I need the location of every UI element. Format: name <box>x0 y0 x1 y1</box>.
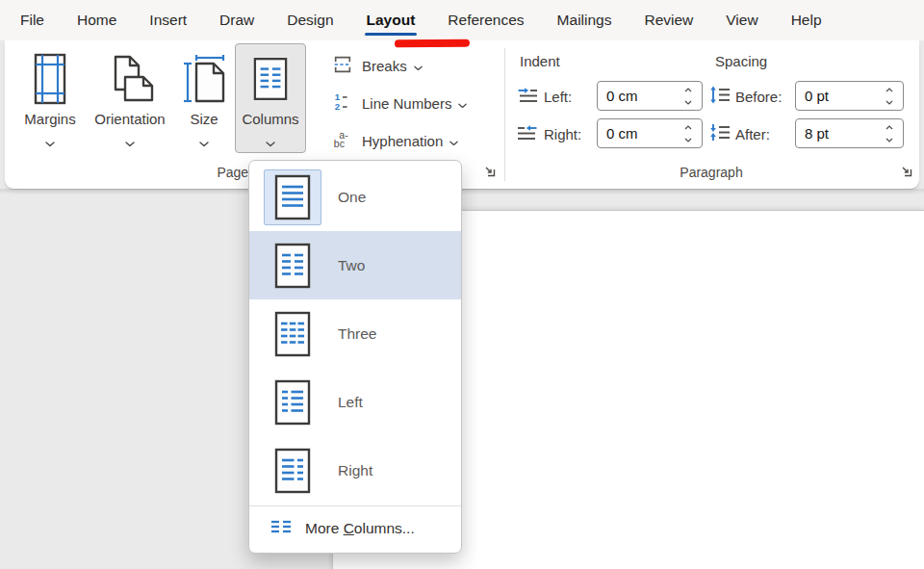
one-column-icon <box>264 169 321 225</box>
svg-text:2: 2 <box>335 101 340 112</box>
columns-button[interactable]: Columns <box>235 43 306 153</box>
spacing-before-input[interactable]: 0 pt <box>795 81 904 111</box>
columns-option-right[interactable]: Right <box>249 436 461 504</box>
document-canvas <box>0 189 924 569</box>
indent-left-spinner <box>681 82 697 110</box>
orientation-button[interactable]: Orientation <box>87 43 173 153</box>
more-columns-label: More Columns... <box>305 520 415 537</box>
indent-right-icon <box>517 124 540 143</box>
chevron-down-icon <box>199 134 209 151</box>
chevron-down-icon <box>449 133 458 150</box>
tab-references[interactable]: References <box>431 0 540 40</box>
spacing-after-input[interactable]: 8 pt <box>795 118 904 148</box>
red-annotation-underline <box>395 39 470 48</box>
columns-option-two-label: Two <box>338 257 365 274</box>
indent-right-label: Right: <box>544 118 581 149</box>
spacing-after-icon <box>709 123 732 142</box>
margins-icon <box>28 52 72 106</box>
columns-label: Columns <box>242 111 298 127</box>
tab-file[interactable]: File <box>4 0 61 40</box>
page-setup-big-buttons: Margins Orientation <box>16 43 306 153</box>
spin-up-icon[interactable] <box>883 123 896 131</box>
columns-option-one[interactable]: One <box>249 163 461 231</box>
margins-button[interactable]: Margins <box>16 43 84 153</box>
indent-left-icon <box>517 87 540 106</box>
tab-review-label: Review <box>644 12 693 29</box>
menu-separator <box>249 505 461 506</box>
svg-text:bc: bc <box>334 138 345 149</box>
two-columns-icon <box>264 238 321 294</box>
indent-right-spinner <box>681 119 697 147</box>
columns-option-three-label: Three <box>338 325 377 343</box>
tab-list: File Home Insert Draw Design Layout Refe… <box>0 0 924 40</box>
spin-down-icon[interactable] <box>883 136 896 143</box>
right-column-icon <box>264 443 321 499</box>
columns-dropdown-menu: One Two <box>248 160 462 554</box>
spin-up-icon[interactable] <box>681 123 695 131</box>
page-setup-menu-buttons: Breaks 1 2 Line Numbers a- <box>329 47 504 160</box>
columns-option-left-label: Left <box>338 394 363 411</box>
tab-review[interactable]: Review <box>628 0 709 40</box>
line-numbers-button[interactable]: 1 2 Line Numbers <box>329 85 504 122</box>
tab-draw-label: Draw <box>219 12 254 29</box>
tab-home[interactable]: Home <box>61 0 133 40</box>
spin-down-icon[interactable] <box>681 136 695 143</box>
chevron-down-icon <box>458 95 467 113</box>
tab-home-label: Home <box>77 12 116 29</box>
spin-down-icon[interactable] <box>681 98 695 106</box>
spacing-after-spinner <box>883 119 898 147</box>
breaks-button[interactable]: Breaks <box>329 47 504 85</box>
breaks-icon <box>332 54 353 79</box>
line-numbers-icon: 1 2 <box>332 91 353 116</box>
spin-up-icon[interactable] <box>883 86 896 93</box>
tab-insert[interactable]: Insert <box>133 0 203 40</box>
indent-right-value: 0 cm <box>606 125 638 142</box>
left-column-icon <box>264 375 321 430</box>
indent-left-input[interactable]: 0 cm <box>597 81 703 111</box>
tab-layout-label: Layout <box>367 12 416 29</box>
columns-option-two[interactable]: Two <box>249 231 461 299</box>
spacing-before-label: Before: <box>735 81 782 112</box>
size-label: Size <box>190 111 218 127</box>
margins-label: Margins <box>24 111 75 127</box>
paragraph-group-label: Paragraph <box>513 165 910 180</box>
hyphenation-icon: a- bc <box>332 129 353 154</box>
tab-mailings[interactable]: Mailings <box>541 0 629 40</box>
columns-option-three[interactable]: Three <box>249 299 461 368</box>
size-icon <box>181 52 227 106</box>
spacing-after-value: 8 pt <box>805 125 829 142</box>
tab-help[interactable]: Help <box>775 0 838 40</box>
spacing-before-value: 0 pt <box>805 88 829 104</box>
tab-view[interactable]: View <box>709 0 774 40</box>
orientation-label: Orientation <box>94 111 165 127</box>
line-numbers-label: Line Numbers <box>362 95 451 112</box>
paragraph-dialog-launcher[interactable] <box>899 164 913 178</box>
page-setup-dialog-launcher[interactable] <box>482 164 497 178</box>
tab-layout[interactable]: Layout <box>350 0 432 40</box>
breaks-label: Breaks <box>362 58 407 74</box>
spacing-before-spinner <box>883 82 898 110</box>
tab-help-label: Help <box>791 12 822 29</box>
spacing-after-label: After: <box>735 118 770 149</box>
size-button[interactable]: Size <box>176 43 232 153</box>
tab-references-label: References <box>448 12 524 29</box>
indent-header: Indent <box>520 53 560 69</box>
spin-up-icon[interactable] <box>681 86 695 93</box>
indent-right-input[interactable]: 0 cm <box>597 118 703 148</box>
columns-icon <box>253 52 288 106</box>
columns-option-one-label: One <box>338 189 366 206</box>
tab-insert-label: Insert <box>149 12 187 29</box>
tab-draw[interactable]: Draw <box>203 0 270 40</box>
more-columns-icon <box>270 519 293 538</box>
three-columns-icon <box>264 306 321 362</box>
tab-design[interactable]: Design <box>270 0 349 40</box>
indent-left-label: Left: <box>544 81 572 112</box>
hyphenation-button[interactable]: a- bc Hyphenation <box>329 122 504 160</box>
indent-left-value: 0 cm <box>606 88 638 104</box>
chevron-down-icon <box>125 134 135 151</box>
tab-view-label: View <box>726 12 757 29</box>
more-columns-menu-item[interactable]: More Columns... <box>249 507 461 549</box>
spin-down-icon[interactable] <box>883 98 896 106</box>
columns-option-left[interactable]: Left <box>249 368 461 436</box>
hyphenation-label: Hyphenation <box>362 133 443 149</box>
